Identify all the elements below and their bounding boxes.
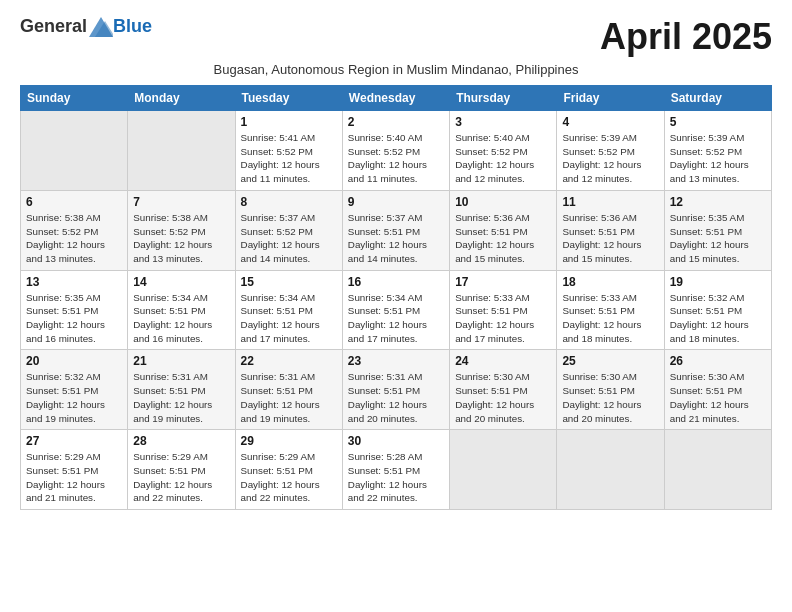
column-header-saturday: Saturday [664,86,771,111]
calendar-cell [128,111,235,191]
day-number: 28 [133,434,229,448]
calendar-cell: 21Sunrise: 5:31 AM Sunset: 5:51 PM Dayli… [128,350,235,430]
day-info: Sunrise: 5:32 AM Sunset: 5:51 PM Dayligh… [26,370,122,425]
day-number: 11 [562,195,658,209]
calendar-cell: 12Sunrise: 5:35 AM Sunset: 5:51 PM Dayli… [664,190,771,270]
column-header-thursday: Thursday [450,86,557,111]
day-number: 18 [562,275,658,289]
logo-general: General [20,16,87,37]
calendar-cell: 22Sunrise: 5:31 AM Sunset: 5:51 PM Dayli… [235,350,342,430]
day-number: 24 [455,354,551,368]
day-info: Sunrise: 5:40 AM Sunset: 5:52 PM Dayligh… [348,131,444,186]
calendar-cell: 28Sunrise: 5:29 AM Sunset: 5:51 PM Dayli… [128,430,235,510]
calendar-cell: 24Sunrise: 5:30 AM Sunset: 5:51 PM Dayli… [450,350,557,430]
calendar-cell: 11Sunrise: 5:36 AM Sunset: 5:51 PM Dayli… [557,190,664,270]
day-info: Sunrise: 5:30 AM Sunset: 5:51 PM Dayligh… [670,370,766,425]
day-info: Sunrise: 5:40 AM Sunset: 5:52 PM Dayligh… [455,131,551,186]
day-number: 17 [455,275,551,289]
logo: General Blue [20,16,152,37]
day-info: Sunrise: 5:36 AM Sunset: 5:51 PM Dayligh… [562,211,658,266]
calendar-cell: 26Sunrise: 5:30 AM Sunset: 5:51 PM Dayli… [664,350,771,430]
day-info: Sunrise: 5:31 AM Sunset: 5:51 PM Dayligh… [133,370,229,425]
logo-blue: Blue [113,16,152,37]
day-info: Sunrise: 5:34 AM Sunset: 5:51 PM Dayligh… [241,291,337,346]
column-header-tuesday: Tuesday [235,86,342,111]
day-info: Sunrise: 5:41 AM Sunset: 5:52 PM Dayligh… [241,131,337,186]
day-info: Sunrise: 5:30 AM Sunset: 5:51 PM Dayligh… [455,370,551,425]
calendar-cell: 25Sunrise: 5:30 AM Sunset: 5:51 PM Dayli… [557,350,664,430]
day-info: Sunrise: 5:35 AM Sunset: 5:51 PM Dayligh… [26,291,122,346]
day-number: 13 [26,275,122,289]
calendar-cell: 23Sunrise: 5:31 AM Sunset: 5:51 PM Dayli… [342,350,449,430]
calendar-cell [557,430,664,510]
day-info: Sunrise: 5:34 AM Sunset: 5:51 PM Dayligh… [348,291,444,346]
day-info: Sunrise: 5:29 AM Sunset: 5:51 PM Dayligh… [26,450,122,505]
day-number: 2 [348,115,444,129]
day-number: 30 [348,434,444,448]
calendar-cell: 16Sunrise: 5:34 AM Sunset: 5:51 PM Dayli… [342,270,449,350]
calendar-cell: 6Sunrise: 5:38 AM Sunset: 5:52 PM Daylig… [21,190,128,270]
column-header-wednesday: Wednesday [342,86,449,111]
calendar-cell: 8Sunrise: 5:37 AM Sunset: 5:52 PM Daylig… [235,190,342,270]
calendar-week-row: 6Sunrise: 5:38 AM Sunset: 5:52 PM Daylig… [21,190,772,270]
calendar-week-row: 20Sunrise: 5:32 AM Sunset: 5:51 PM Dayli… [21,350,772,430]
day-number: 7 [133,195,229,209]
calendar-cell: 14Sunrise: 5:34 AM Sunset: 5:51 PM Dayli… [128,270,235,350]
calendar-cell: 4Sunrise: 5:39 AM Sunset: 5:52 PM Daylig… [557,111,664,191]
calendar-cell: 9Sunrise: 5:37 AM Sunset: 5:51 PM Daylig… [342,190,449,270]
day-number: 10 [455,195,551,209]
calendar-table: SundayMondayTuesdayWednesdayThursdayFrid… [20,85,772,510]
calendar-cell: 17Sunrise: 5:33 AM Sunset: 5:51 PM Dayli… [450,270,557,350]
calendar-header-row: SundayMondayTuesdayWednesdayThursdayFrid… [21,86,772,111]
day-number: 19 [670,275,766,289]
column-header-monday: Monday [128,86,235,111]
calendar-cell: 18Sunrise: 5:33 AM Sunset: 5:51 PM Dayli… [557,270,664,350]
calendar-cell: 19Sunrise: 5:32 AM Sunset: 5:51 PM Dayli… [664,270,771,350]
calendar-cell: 13Sunrise: 5:35 AM Sunset: 5:51 PM Dayli… [21,270,128,350]
day-number: 16 [348,275,444,289]
calendar-cell: 7Sunrise: 5:38 AM Sunset: 5:52 PM Daylig… [128,190,235,270]
day-info: Sunrise: 5:29 AM Sunset: 5:51 PM Dayligh… [133,450,229,505]
logo-icon [89,17,113,37]
day-number: 26 [670,354,766,368]
calendar-cell [21,111,128,191]
day-number: 8 [241,195,337,209]
day-info: Sunrise: 5:28 AM Sunset: 5:51 PM Dayligh… [348,450,444,505]
day-number: 20 [26,354,122,368]
day-info: Sunrise: 5:32 AM Sunset: 5:51 PM Dayligh… [670,291,766,346]
day-number: 1 [241,115,337,129]
day-info: Sunrise: 5:38 AM Sunset: 5:52 PM Dayligh… [133,211,229,266]
day-number: 25 [562,354,658,368]
day-info: Sunrise: 5:33 AM Sunset: 5:51 PM Dayligh… [455,291,551,346]
day-info: Sunrise: 5:34 AM Sunset: 5:51 PM Dayligh… [133,291,229,346]
day-info: Sunrise: 5:36 AM Sunset: 5:51 PM Dayligh… [455,211,551,266]
day-number: 5 [670,115,766,129]
day-info: Sunrise: 5:39 AM Sunset: 5:52 PM Dayligh… [670,131,766,186]
calendar-cell: 3Sunrise: 5:40 AM Sunset: 5:52 PM Daylig… [450,111,557,191]
day-info: Sunrise: 5:33 AM Sunset: 5:51 PM Dayligh… [562,291,658,346]
calendar-cell: 1Sunrise: 5:41 AM Sunset: 5:52 PM Daylig… [235,111,342,191]
day-info: Sunrise: 5:38 AM Sunset: 5:52 PM Dayligh… [26,211,122,266]
calendar-week-row: 13Sunrise: 5:35 AM Sunset: 5:51 PM Dayli… [21,270,772,350]
calendar-cell: 10Sunrise: 5:36 AM Sunset: 5:51 PM Dayli… [450,190,557,270]
calendar-cell: 27Sunrise: 5:29 AM Sunset: 5:51 PM Dayli… [21,430,128,510]
day-info: Sunrise: 5:39 AM Sunset: 5:52 PM Dayligh… [562,131,658,186]
day-info: Sunrise: 5:31 AM Sunset: 5:51 PM Dayligh… [241,370,337,425]
day-number: 29 [241,434,337,448]
day-number: 9 [348,195,444,209]
day-info: Sunrise: 5:35 AM Sunset: 5:51 PM Dayligh… [670,211,766,266]
day-info: Sunrise: 5:31 AM Sunset: 5:51 PM Dayligh… [348,370,444,425]
calendar-week-row: 1Sunrise: 5:41 AM Sunset: 5:52 PM Daylig… [21,111,772,191]
day-info: Sunrise: 5:29 AM Sunset: 5:51 PM Dayligh… [241,450,337,505]
day-number: 23 [348,354,444,368]
calendar-cell: 5Sunrise: 5:39 AM Sunset: 5:52 PM Daylig… [664,111,771,191]
calendar-week-row: 27Sunrise: 5:29 AM Sunset: 5:51 PM Dayli… [21,430,772,510]
day-number: 12 [670,195,766,209]
calendar-cell [450,430,557,510]
month-title: April 2025 [600,16,772,58]
day-number: 14 [133,275,229,289]
day-info: Sunrise: 5:30 AM Sunset: 5:51 PM Dayligh… [562,370,658,425]
calendar-cell [664,430,771,510]
day-number: 6 [26,195,122,209]
column-header-friday: Friday [557,86,664,111]
